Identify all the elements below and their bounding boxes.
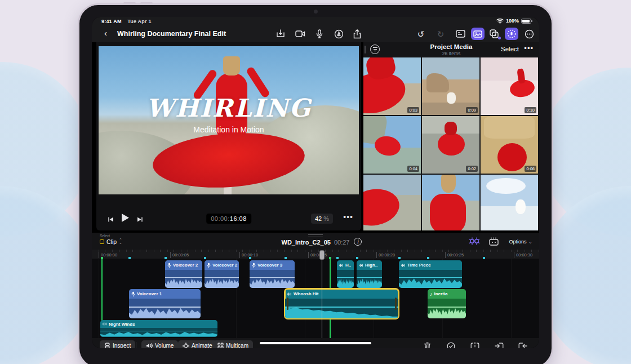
battery-percent: 100% <box>506 18 519 24</box>
playhead-line <box>322 259 323 338</box>
project-duration: 00:27 <box>334 239 350 246</box>
back-button[interactable]: ‹ <box>104 28 107 38</box>
clock: 9:41 AM <box>101 19 122 24</box>
titles-browser-button[interactable] <box>454 28 467 40</box>
camera-button[interactable] <box>294 28 307 40</box>
timeline-clip[interactable]: Voiceover 1 <box>129 289 201 318</box>
subtitle-overlay: Meditation in Motion <box>99 125 359 134</box>
document-title: Whirling Documentary Final Edit <box>117 30 226 38</box>
media-thumbnail[interactable]: 0:10 <box>481 57 538 115</box>
options-button[interactable]: Options⌄ <box>507 238 532 245</box>
volume-button <box>140 2 153 4</box>
media-thumbnail[interactable]: 0:09 <box>422 57 479 115</box>
duration-badge: 0:02 <box>466 166 478 172</box>
undo-button[interactable]: ↺ <box>414 28 428 40</box>
more-button[interactable] <box>522 28 536 40</box>
battery-icon <box>521 19 531 24</box>
media-thumbnail[interactable] <box>422 175 479 230</box>
toolbar-divider <box>136 342 136 348</box>
jog-wheel-button[interactable] <box>505 28 518 40</box>
ruler-tick: 00:00:20 <box>376 252 395 258</box>
timeline-ruler[interactable]: 00:00:00 00:00:05 00:00:10 00:00:15 00:0… <box>92 250 539 259</box>
duration-badge: 0:04 <box>407 166 419 172</box>
approve-button[interactable] <box>445 341 456 348</box>
timeline-clip[interactable]: Voiceover 2 <box>205 260 239 288</box>
timeline-drag-handle[interactable] <box>308 234 323 237</box>
media-thumbnail[interactable]: 0:03 <box>363 57 421 115</box>
redo-button[interactable]: ↻ <box>434 28 447 40</box>
import-button[interactable] <box>274 28 287 40</box>
timeline-tracks[interactable]: Voiceover 2 Voiceover 2 Voiceover 3 H.. … <box>92 259 539 338</box>
notification-dot <box>498 37 501 39</box>
media-more-button[interactable]: ••• <box>524 44 534 52</box>
delete-button[interactable] <box>421 341 433 348</box>
media-thumbnail[interactable]: 0:06 <box>481 116 538 174</box>
marker-line <box>101 259 103 321</box>
ruler-tick: 00:00:05 <box>170 252 189 258</box>
top-bar: 9:41 AM Tue Apr 1 100% ‹ Whirling Docume… <box>92 17 539 42</box>
playhead[interactable] <box>319 250 325 338</box>
effects-browser-button[interactable] <box>487 28 501 40</box>
media-browser-button[interactable] <box>471 28 485 40</box>
skip-back-icon[interactable] <box>108 215 114 225</box>
volume-button-toolbar[interactable]: Volume <box>141 340 178 348</box>
inspect-button[interactable]: Inspect <box>100 340 135 348</box>
media-thumbnail[interactable]: 0:02 <box>422 116 479 174</box>
pencil-tool-button[interactable] <box>332 28 345 40</box>
front-camera <box>314 10 318 14</box>
playhead-handle[interactable] <box>319 250 325 260</box>
ruler-tick: 00:00:30 <box>514 252 532 258</box>
ipad-device-frame: 9:41 AM Tue Apr 1 100% ‹ Whirling Docume… <box>78 3 553 364</box>
media-thumbnail[interactable] <box>481 175 538 230</box>
timeline-clip[interactable]: High.. <box>357 260 382 288</box>
media-thumbnail[interactable]: 0:04 <box>363 116 421 174</box>
select-mode-label: Select <box>100 234 110 238</box>
duration-badge: 0:09 <box>466 107 478 113</box>
project-media-panel: Project Media 26 Items Select ••• 0:03 0… <box>363 42 539 230</box>
append-clip-button[interactable] <box>517 341 528 348</box>
wifi-icon <box>496 18 504 24</box>
home-indicator[interactable] <box>260 342 371 344</box>
timecode-display[interactable]: 00:00:16:08 <box>206 214 251 224</box>
multicam-button[interactable]: Multicam <box>213 340 253 348</box>
duration-badge: 0:06 <box>525 166 536 172</box>
zoom-level[interactable]: 42 % <box>311 214 333 224</box>
media-thumbnail[interactable] <box>363 175 421 230</box>
multicam-viewer-icon[interactable] <box>488 237 499 246</box>
play-button[interactable] <box>121 213 130 225</box>
microphone-button[interactable] <box>313 28 326 40</box>
dancer-hat <box>223 56 240 76</box>
select-button[interactable]: Select <box>501 46 519 52</box>
title-overlay: WHIRLING <box>99 94 359 122</box>
timeline-clip[interactable]: Night Winds <box>100 320 217 337</box>
timeline-header: Select Clip ⌃⌄ WD_Intro_C2_0500:27 i Opt… <box>92 233 539 250</box>
share-button[interactable] <box>350 28 364 40</box>
viewer-more-button[interactable]: ••• <box>343 212 353 221</box>
animate-button[interactable]: Animate <box>178 340 217 348</box>
video-preview[interactable]: WHIRLING Meditation in Motion <box>99 46 359 194</box>
media-header: Project Media 26 Items Select ••• <box>363 42 539 57</box>
split-clip-button[interactable] <box>469 341 481 348</box>
ruler-tick: 00:00:25 <box>445 252 464 258</box>
volume-button <box>123 2 136 4</box>
timeline-clip[interactable]: ♪Inertia <box>428 289 466 318</box>
app-screen: 9:41 AM Tue Apr 1 100% ‹ Whirling Docume… <box>92 17 539 348</box>
timeline-clip[interactable]: H.. <box>337 260 354 288</box>
viewer-controls: 00:00:16:08 42 % ••• <box>96 209 361 230</box>
timeline-clip[interactable]: Voiceover 3 <box>250 260 295 288</box>
duration-badge: 0:03 <box>407 107 419 113</box>
status-time: 9:41 AM Tue Apr 1 <box>101 19 152 24</box>
skip-forward-icon[interactable] <box>137 215 143 225</box>
date: Tue Apr 1 <box>127 19 151 24</box>
timeline-clip[interactable]: Voiceover 2 <box>165 260 202 288</box>
timeline-clip-selected[interactable]: Whoosh Hit <box>285 289 398 318</box>
info-button[interactable]: i <box>354 238 362 246</box>
timeline-clip[interactable]: Time Piece <box>399 260 462 288</box>
media-grid: 0:03 0:09 0:10 0:04 0:02 0:06 <box>363 57 539 230</box>
insert-clip-button[interactable] <box>494 341 505 348</box>
viewer-panel: WHIRLING Meditation in Motion 00:00:16:0… <box>96 42 361 230</box>
connected-clips-icon[interactable] <box>468 237 481 246</box>
duration-badge: 0:10 <box>525 107 536 113</box>
